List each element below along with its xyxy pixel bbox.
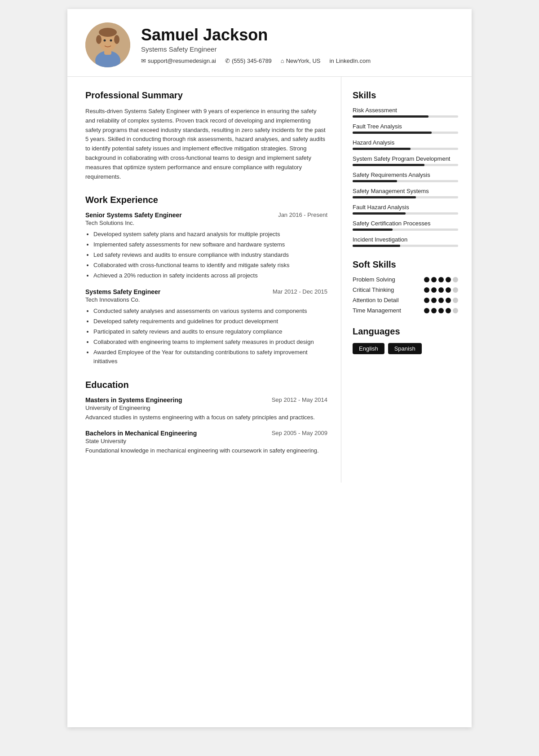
skill-bar-container [353, 180, 458, 182]
skill-bar-fill [353, 180, 397, 182]
dot-empty [453, 277, 458, 282]
soft-skill-dots [424, 277, 458, 282]
edu-2-school: State University [85, 438, 327, 444]
avatar [85, 22, 130, 67]
summary-title: Professional Summary [85, 90, 327, 101]
skills-section: Skills Risk AssessmentFault Tree Analysi… [353, 90, 458, 247]
soft-skill-row: Time Management [353, 307, 458, 314]
edu-2-degree: Bachelors in Mechanical Engineering [85, 430, 197, 437]
skill-name: System Safety Program Development [353, 155, 458, 162]
edu-1-degree: Masters in Systems Engineering [85, 396, 182, 404]
edu-1-dates: Sep 2012 - May 2014 [272, 396, 327, 403]
phone-icon: ✆ [225, 57, 230, 64]
languages-section: Languages EnglishSpanish [353, 326, 458, 354]
svg-point-5 [96, 35, 102, 44]
edu-2-desc: Foundational knowledge in mechanical eng… [85, 446, 327, 456]
list-item: Achieved a 20% reduction in safety incid… [93, 271, 327, 281]
dot-empty [453, 308, 458, 313]
dot-filled [446, 298, 451, 303]
dot-filled [424, 287, 429, 293]
edu-1-desc: Advanced studies in systems engineering … [85, 413, 327, 422]
job-1-dates: Jan 2016 - Present [278, 211, 327, 218]
skill-bar-container [353, 115, 458, 118]
dot-filled [424, 277, 429, 282]
list-item: Participated in safety reviews and audit… [93, 327, 327, 337]
soft-skill-name: Time Management [353, 307, 406, 314]
list-item: Conducted safety analyses and assessment… [93, 307, 327, 316]
soft-skills-section: Soft Skills Problem SolvingCritical Thin… [353, 259, 458, 314]
list-item: Developed safety requirements and guidel… [93, 317, 327, 326]
dot-filled [431, 298, 437, 303]
skill-name: Fault Tree Analysis [353, 123, 458, 130]
email-text: support@resumedesign.ai [148, 57, 216, 64]
skill-bar-fill [353, 196, 416, 198]
header-contacts: ✉ support@resumedesign.ai ✆ (555) 345-67… [141, 57, 371, 64]
svg-point-4 [99, 28, 117, 37]
skill-name: Safety Requirements Analysis [353, 171, 458, 178]
header-name: Samuel Jackson [141, 26, 371, 44]
dot-filled [424, 298, 429, 303]
soft-skills-title: Soft Skills [353, 259, 458, 270]
skill-bar-container [353, 212, 458, 215]
email-contact: ✉ support@resumedesign.ai [141, 57, 216, 64]
skill-bar-fill [353, 212, 406, 215]
dot-empty [453, 298, 458, 303]
skill-name: Hazard Analysis [353, 139, 458, 146]
svg-point-8 [110, 40, 112, 42]
phone-text: (555) 345-6789 [232, 57, 272, 64]
soft-skill-dots [424, 287, 458, 293]
dot-filled [438, 287, 444, 293]
location-text: NewYork, US [286, 57, 321, 64]
job-2: Systems Safety Engineer Mar 2012 - Dec 2… [85, 288, 327, 366]
soft-skill-dots [424, 298, 458, 303]
header: Samuel Jackson Systems Safety Engineer ✉… [67, 9, 472, 77]
skill-bar-fill [353, 245, 400, 247]
edu-1-school: University of Engineering [85, 404, 327, 411]
location-contact: ⌂ NewYork, US [281, 57, 321, 64]
work-experience-title: Work Experience [85, 195, 327, 205]
list-item: Collaborated with engineering teams to i… [93, 338, 327, 347]
linkedin-text: LinkedIn.com [336, 57, 371, 64]
dot-filled [424, 308, 429, 313]
language-badges: EnglishSpanish [353, 343, 458, 354]
skill-bar-container [353, 132, 458, 134]
dot-filled [438, 298, 444, 303]
svg-point-7 [104, 40, 106, 42]
list-item: Awarded Employee of the Year for outstan… [93, 348, 327, 367]
linkedin-contact: in LinkedIn.com [330, 57, 371, 64]
skill-bar-fill [353, 148, 411, 150]
soft-skill-name: Problem Solving [353, 276, 406, 283]
education-title: Education [85, 380, 327, 390]
header-info: Samuel Jackson Systems Safety Engineer ✉… [141, 26, 371, 64]
dot-filled [446, 308, 451, 313]
skill-bar-container [353, 229, 458, 231]
dot-filled [446, 287, 451, 293]
email-icon: ✉ [141, 57, 146, 64]
skill-name: Risk Assessment [353, 107, 458, 114]
dot-filled [431, 277, 437, 282]
job-1-header: Senior Systems Safety Engineer Jan 2016 … [85, 211, 327, 219]
skill-bar-container [353, 148, 458, 150]
svg-point-6 [114, 35, 119, 44]
skill-bar-fill [353, 229, 393, 231]
edu-1: Masters in Systems Engineering Sep 2012 … [85, 396, 327, 422]
summary-text: Results-driven Systems Safety Engineer w… [85, 107, 327, 181]
skill-bar-container [353, 164, 458, 166]
skill-bar-container [353, 245, 458, 247]
skill-bar-fill [353, 164, 424, 166]
skill-name: Incident Investigation [353, 236, 458, 243]
header-title: Systems Safety Engineer [141, 45, 371, 53]
job-1-company: Tech Solutions Inc. [85, 220, 327, 226]
skill-name: Fault Hazard Analysis [353, 204, 458, 211]
skills-title: Skills [353, 90, 458, 101]
location-icon: ⌂ [281, 57, 284, 64]
edu-2-header: Bachelors in Mechanical Engineering Sep … [85, 430, 327, 437]
phone-contact: ✆ (555) 345-6789 [225, 57, 272, 64]
job-2-title: Systems Safety Engineer [85, 288, 160, 295]
body: Professional Summary Results-driven Syst… [67, 77, 472, 483]
list-item: Led safety reviews and audits to ensure … [93, 251, 327, 260]
job-2-company: Tech Innovations Co. [85, 296, 327, 303]
edu-2-dates: Sep 2005 - May 2009 [272, 430, 327, 436]
soft-skill-row: Problem Solving [353, 276, 458, 283]
soft-skill-row: Critical Thinking [353, 286, 458, 293]
